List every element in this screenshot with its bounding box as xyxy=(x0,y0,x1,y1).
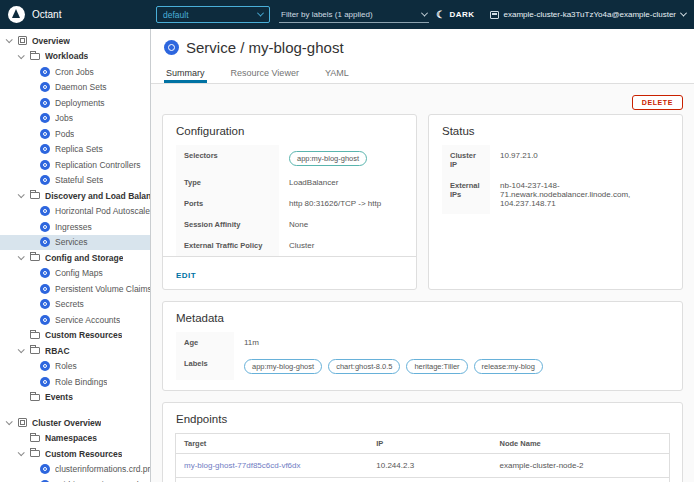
endpoints-card: Endpoints Target IP Node Name my-blog-gh… xyxy=(162,402,683,482)
chevron-down-icon[interactable] xyxy=(17,451,30,456)
sidebar-item-discovery-load-balancing[interactable]: Discovery and Load Balancing xyxy=(0,188,150,204)
sidebar-item-csidrivers[interactable]: csidrivers.csi.storage.k8s.io xyxy=(0,477,150,482)
app-header: Octant default ☾ DARK example-cluster-ka… xyxy=(0,0,694,29)
sidebar-item-services[interactable]: Services xyxy=(0,235,150,251)
moon-icon: ☾ xyxy=(436,10,445,20)
sidebar-item-workloads[interactable]: Workloads xyxy=(0,49,150,65)
endpoint-target-link[interactable]: my-blog-ghost-77df85c6cd-vf6dx xyxy=(184,461,301,470)
chevron-down-icon xyxy=(257,10,264,17)
sidebar-item-service-accounts[interactable]: Service Accounts xyxy=(0,312,150,328)
tab-yaml[interactable]: YAML xyxy=(323,65,351,83)
label-chip[interactable]: app:my-blog-ghost xyxy=(244,359,322,374)
summary-content: DELETE Configuration Selectors app:my-bl… xyxy=(151,84,694,482)
cluster-context-menu[interactable]: example-cluster-ka3TuTzYo4a@example-clus… xyxy=(490,10,687,19)
tab-resource-viewer[interactable]: Resource Viewer xyxy=(229,65,301,83)
config-row-ports: Ports http 80:31626/TCP -> http xyxy=(176,193,403,214)
header-right: ☾ DARK example-cluster-ka3TuTzYo4a@examp… xyxy=(436,10,686,20)
sidebar-item-stateful-sets[interactable]: Stateful Sets xyxy=(0,173,150,189)
sidebar-item-persistent-volume-claims[interactable]: Persistent Volume Claims xyxy=(0,281,150,297)
status-title: Status xyxy=(429,115,682,145)
role-bindings-icon xyxy=(40,377,50,387)
sidebar-item-namespaces[interactable]: Namespaces xyxy=(0,431,150,447)
chevron-down-icon[interactable] xyxy=(17,54,30,59)
namespace-select[interactable]: default xyxy=(156,6,270,23)
folder-icon xyxy=(30,435,40,442)
endpoints-table-header: Target IP Node Name xyxy=(176,434,669,454)
overview-icon xyxy=(18,36,27,45)
folder-icon xyxy=(30,192,40,199)
sidebar-item-overview[interactable]: Overview xyxy=(0,33,150,49)
crd-icon xyxy=(40,464,50,474)
sidebar-item-custom-resources[interactable]: Custom Resources xyxy=(0,328,150,344)
cluster-icon xyxy=(490,11,499,19)
folder-icon xyxy=(30,347,40,354)
config-row-session-affinity: Session Affinity None xyxy=(176,214,403,235)
sidebar-item-config-maps[interactable]: Config Maps xyxy=(0,266,150,282)
endpoints-title: Endpoints xyxy=(163,403,682,433)
chevron-down-icon xyxy=(680,10,687,17)
cluster-overview-icon xyxy=(18,418,27,427)
metadata-row-age: Age 11m xyxy=(176,332,669,353)
page-title: Service / my-blog-ghost xyxy=(186,39,344,56)
configuration-title: Configuration xyxy=(163,115,416,145)
sidebar-item-jobs[interactable]: Jobs xyxy=(0,111,150,127)
namespace-value: default xyxy=(163,10,189,20)
cron-jobs-icon xyxy=(40,67,50,77)
endpoints-table-row: my-blog-ghost-77df85c6cd-vf6dx 10.244.2.… xyxy=(176,454,669,478)
chevron-down-icon[interactable] xyxy=(5,420,18,425)
delete-button[interactable]: DELETE xyxy=(632,95,683,110)
config-row-type: Type LoadBalancer xyxy=(176,172,403,193)
sidebar-item-events[interactable]: Events xyxy=(0,390,150,406)
sidebar-item-replica-sets[interactable]: Replica Sets xyxy=(0,142,150,158)
sidebar-item-cluster-overview[interactable]: Cluster Overview xyxy=(0,415,150,431)
label-filter xyxy=(279,6,429,23)
status-row-external-ips: External IPs nb-104-237-148-71.newark.no… xyxy=(442,175,669,214)
sidebar-nav: Overview Workloads Cron Jobs Daemon Sets… xyxy=(0,29,151,482)
hpa-icon xyxy=(40,206,50,216)
label-chip[interactable]: release:my-blog xyxy=(474,359,543,374)
deployments-icon xyxy=(40,98,50,108)
chevron-down-icon[interactable] xyxy=(17,348,30,353)
main-area: Service / my-blog-ghost Summary Resource… xyxy=(151,29,694,482)
label-chip[interactable]: heritage:Tiller xyxy=(406,359,467,374)
configuration-card: Configuration Selectors app:my-blog-ghos… xyxy=(162,114,417,290)
sidebar-item-roles[interactable]: Roles xyxy=(0,359,150,375)
cluster-context-label: example-cluster-ka3TuTzYo4a@example-clus… xyxy=(504,10,677,19)
edit-link[interactable]: EDIT xyxy=(176,271,196,280)
sidebar-item-replication-controllers[interactable]: Replication Controllers xyxy=(0,157,150,173)
sidebar-item-rbac[interactable]: RBAC xyxy=(0,343,150,359)
logo-area: Octant xyxy=(8,6,156,23)
service-accounts-icon xyxy=(40,315,50,325)
folder-icon xyxy=(30,332,40,339)
sidebar-item-cron-jobs[interactable]: Cron Jobs xyxy=(0,64,150,80)
chevron-down-icon[interactable] xyxy=(421,9,428,16)
label-filter-input[interactable] xyxy=(281,10,409,19)
theme-toggle[interactable]: ☾ DARK xyxy=(436,10,475,20)
config-maps-icon xyxy=(40,268,50,278)
sidebar-item-pods[interactable]: Pods xyxy=(0,126,150,142)
sidebar-item-horizontal-pod-autoscalers[interactable]: Horizontal Pod Autoscalers xyxy=(0,204,150,220)
sidebar-item-ingresses[interactable]: Ingresses xyxy=(0,219,150,235)
sidebar-item-config-and-storage[interactable]: Config and Storage xyxy=(0,250,150,266)
stateful-sets-icon xyxy=(40,175,50,185)
sidebar-item-secrets[interactable]: Secrets xyxy=(0,297,150,313)
chevron-down-icon[interactable] xyxy=(17,193,30,198)
tab-summary[interactable]: Summary xyxy=(164,65,207,83)
selector-chip[interactable]: app:my-blog-ghost xyxy=(289,151,367,166)
sidebar-item-deployments[interactable]: Deployments xyxy=(0,95,150,111)
theme-label: DARK xyxy=(449,10,474,19)
chevron-down-icon[interactable] xyxy=(17,255,30,260)
roles-icon xyxy=(40,361,50,371)
folder-icon xyxy=(30,53,40,60)
label-chip[interactable]: chart:ghost-8.0.5 xyxy=(328,359,400,374)
config-row-external-traffic-policy: External Traffic Policy Cluster xyxy=(176,235,403,256)
pods-icon xyxy=(40,129,50,139)
secrets-icon xyxy=(40,299,50,309)
sidebar-item-role-bindings[interactable]: Role Bindings xyxy=(0,374,150,390)
sidebar-item-cluster-custom-resources[interactable]: Custom Resources xyxy=(0,446,150,462)
jobs-icon xyxy=(40,113,50,123)
chevron-down-icon[interactable] xyxy=(5,38,18,43)
sidebar-item-clusterinformations[interactable]: clusterinformations.crd.projec xyxy=(0,462,150,478)
sidebar-item-daemon-sets[interactable]: Daemon Sets xyxy=(0,80,150,96)
replication-controllers-icon xyxy=(40,160,50,170)
